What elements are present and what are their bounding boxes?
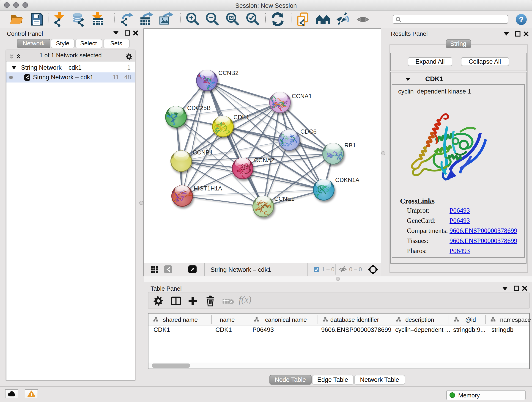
svg-text:CDKN1A: CDKN1A — [335, 176, 359, 183]
svg-text:CDK1: CDK1 — [233, 114, 249, 120]
svg-text:RB1: RB1 — [344, 142, 356, 148]
svg-text:HIST1H1A: HIST1H1A — [193, 185, 222, 191]
svg-text:CCNE1: CCNE1 — [274, 195, 294, 202]
svg-text:CDC25B: CDC25B — [187, 104, 210, 111]
svg-text:?: ? — [519, 15, 524, 24]
svg-text:CCNB2: CCNB2 — [218, 69, 238, 76]
svg-text:CCNA2: CCNA2 — [254, 157, 274, 163]
svg-text:CDC6: CDC6 — [300, 128, 317, 135]
svg-text:CCNA1: CCNA1 — [291, 92, 312, 99]
svg-text:CCNB1: CCNB1 — [192, 149, 213, 156]
